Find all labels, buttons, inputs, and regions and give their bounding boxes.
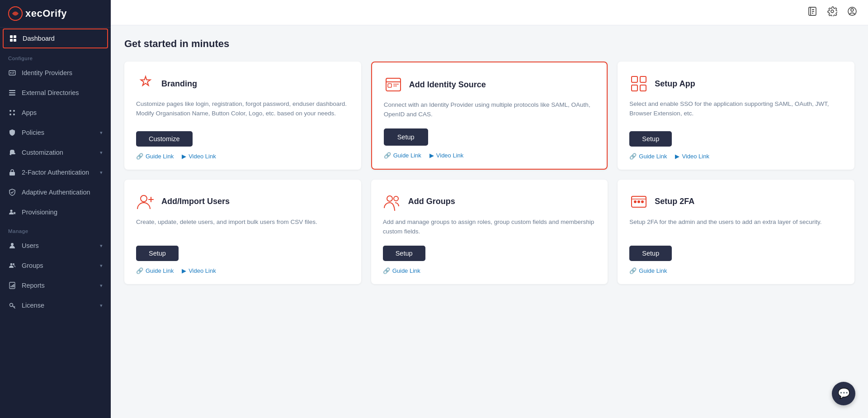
id-card-icon bbox=[8, 69, 16, 77]
paint-icon bbox=[8, 148, 16, 157]
setup-2fa-icon bbox=[629, 192, 648, 211]
svg-point-18 bbox=[10, 210, 13, 212]
card-title: Setup 2FA bbox=[655, 197, 694, 206]
user-icon bbox=[8, 242, 16, 250]
play-icon: ▶ bbox=[675, 153, 679, 160]
topbar bbox=[111, 0, 868, 25]
sidebar-item-reports[interactable]: Reports ▾ bbox=[0, 276, 111, 295]
card-desc: Select and enable SSO for the applicatio… bbox=[629, 100, 843, 122]
sidebar-item-label: License bbox=[22, 302, 94, 309]
sidebar-item-adaptive-auth[interactable]: Adaptive Authentication bbox=[0, 182, 111, 202]
sidebar-item-apps[interactable]: Apps bbox=[0, 103, 111, 123]
svg-rect-10 bbox=[9, 92, 15, 93]
card-links: 🔗 Guide Link ▶ Video Link bbox=[136, 153, 349, 160]
sidebar-item-external-directories[interactable]: External Directories bbox=[0, 83, 111, 103]
video-link[interactable]: ▶ Video Link bbox=[675, 153, 709, 160]
chevron-down-icon: ▾ bbox=[100, 283, 103, 289]
book-icon[interactable] bbox=[807, 6, 817, 19]
sidebar-item-label: External Directories bbox=[22, 89, 103, 96]
setup-users-button[interactable]: Setup bbox=[136, 246, 179, 261]
svg-point-12 bbox=[9, 110, 11, 112]
sidebar-item-label: Dashboard bbox=[23, 35, 102, 42]
gear-icon[interactable] bbox=[827, 6, 837, 19]
chevron-down-icon: ▾ bbox=[100, 303, 103, 309]
add-users-icon bbox=[136, 192, 155, 211]
svg-rect-17 bbox=[12, 173, 13, 174]
identity-source-icon bbox=[384, 75, 403, 94]
setup-app-icon bbox=[629, 74, 648, 93]
setup-2fa-button[interactable]: Setup bbox=[629, 246, 672, 261]
guide-link[interactable]: 🔗 Guide Link bbox=[136, 267, 174, 274]
chevron-down-icon: ▾ bbox=[100, 243, 103, 249]
video-link[interactable]: ▶ Video Link bbox=[182, 153, 216, 160]
card-header: Add/Import Users bbox=[136, 192, 349, 211]
add-groups-icon bbox=[383, 192, 402, 211]
svg-point-6 bbox=[10, 72, 12, 74]
sidebar-item-customization[interactable]: Customization ▾ bbox=[0, 142, 111, 162]
shield-check-icon bbox=[8, 188, 16, 196]
section-label-configure: Configure bbox=[0, 49, 111, 63]
card-links: 🔗 Guide Link bbox=[383, 267, 596, 274]
svg-rect-24 bbox=[11, 286, 12, 287]
page-title: Get started in minutes bbox=[124, 38, 854, 50]
svg-point-45 bbox=[394, 196, 398, 201]
svg-point-41 bbox=[141, 195, 147, 202]
sidebar-item-provisioning[interactable]: Provisioning bbox=[0, 202, 111, 222]
video-link[interactable]: ▶ Video Link bbox=[182, 267, 216, 274]
svg-point-31 bbox=[851, 9, 854, 11]
guide-link[interactable]: 🔗 Guide Link bbox=[384, 152, 421, 159]
guide-link[interactable]: 🔗 Guide Link bbox=[136, 153, 174, 160]
guide-link[interactable]: 🔗 Guide Link bbox=[383, 267, 420, 274]
svg-point-21 bbox=[10, 263, 13, 266]
setup-groups-button[interactable]: Setup bbox=[383, 246, 425, 261]
external-link-icon: 🔗 bbox=[136, 153, 143, 160]
sidebar-item-label: Apps bbox=[22, 109, 103, 116]
setup-app-button[interactable]: Setup bbox=[629, 131, 672, 147]
svg-rect-7 bbox=[12, 72, 14, 72]
chat-bubble[interactable]: 💬 bbox=[832, 382, 855, 405]
chevron-down-icon: ▾ bbox=[100, 170, 103, 176]
svg-point-48 bbox=[637, 200, 640, 203]
logo-icon bbox=[8, 6, 23, 21]
lock-num-icon bbox=[8, 168, 16, 176]
grid-icon bbox=[9, 34, 17, 43]
customize-button[interactable]: Customize bbox=[136, 131, 193, 147]
guide-link[interactable]: 🔗 Guide Link bbox=[629, 267, 667, 274]
svg-rect-38 bbox=[640, 76, 646, 82]
sidebar-item-policies[interactable]: Policies ▾ bbox=[0, 123, 111, 142]
sidebar-item-label: Customization bbox=[22, 149, 94, 156]
content-area: Get started in minutes Branding Customiz… bbox=[111, 25, 868, 418]
card-desc: Add and manage groups to assign roles, g… bbox=[383, 218, 596, 237]
card-title: Add/Import Users bbox=[161, 197, 230, 206]
file-chart-icon bbox=[8, 281, 16, 290]
svg-point-49 bbox=[641, 200, 644, 203]
svg-rect-25 bbox=[12, 285, 13, 287]
sidebar-item-label: Adaptive Authentication bbox=[22, 189, 103, 196]
chevron-down-icon: ▾ bbox=[100, 150, 103, 156]
card-title: Setup App bbox=[655, 79, 695, 89]
svg-rect-26 bbox=[14, 284, 14, 287]
svg-rect-9 bbox=[9, 90, 15, 91]
svg-point-13 bbox=[13, 110, 15, 112]
setup-identity-source-button[interactable]: Setup bbox=[384, 128, 428, 146]
sidebar-item-dashboard[interactable]: Dashboard bbox=[3, 28, 108, 48]
user-circle-icon[interactable] bbox=[847, 6, 857, 19]
apps-icon bbox=[8, 109, 16, 117]
card-desc: Customize pages like login, registration… bbox=[136, 100, 349, 122]
card-desc: Create, update, delete users, and import… bbox=[136, 218, 349, 237]
sidebar-item-identity-providers[interactable]: Identity Providers bbox=[0, 63, 111, 83]
sidebar-item-users[interactable]: Users ▾ bbox=[0, 236, 111, 256]
sidebar-item-2fa[interactable]: 2-Factor Authentication ▾ bbox=[0, 162, 111, 182]
video-link[interactable]: ▶ Video Link bbox=[429, 152, 463, 159]
section-label-manage: Manage bbox=[0, 222, 111, 236]
external-link-icon: 🔗 bbox=[383, 267, 390, 274]
card-branding: Branding Customize pages like login, reg… bbox=[124, 62, 361, 170]
sidebar-item-label: Policies bbox=[22, 129, 94, 136]
card-header: Add Groups bbox=[383, 192, 596, 211]
guide-link[interactable]: 🔗 Guide Link bbox=[629, 153, 667, 160]
sidebar-item-label: Provisioning bbox=[22, 209, 103, 216]
list-icon bbox=[8, 89, 16, 97]
logo-area: xecOrify bbox=[0, 0, 111, 28]
sidebar-item-groups[interactable]: Groups ▾ bbox=[0, 256, 111, 276]
sidebar-item-license[interactable]: License ▾ bbox=[0, 295, 111, 315]
